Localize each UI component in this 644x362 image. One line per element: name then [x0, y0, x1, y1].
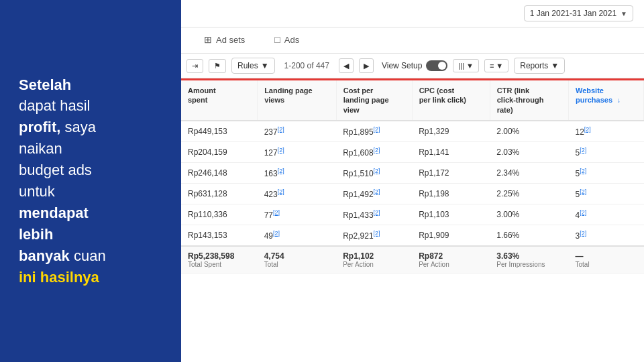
cell-amount-spent: Rp246,148 [181, 162, 258, 183]
cell-website-purchases: 5[2] [568, 183, 643, 204]
total-cost-per-lpv: Rp1,102Per Action [336, 246, 412, 274]
total-amount-spent: Rp5,238,598Total Spent [181, 246, 258, 274]
view-setup-toggle[interactable] [426, 60, 447, 71]
cell-amount-spent: Rp449,153 [181, 121, 258, 142]
cell-landing-page-views: 127[2] [258, 141, 337, 162]
cell-landing-page-views: 163[2] [258, 162, 337, 183]
cell-amount-spent: Rp204,159 [181, 141, 258, 162]
line-budget: budget ads [19, 160, 162, 181]
date-range-label: 1 Jan 2021-31 Jan 2021 [530, 9, 616, 18]
cell-ctr: 2.00% [490, 121, 568, 142]
toolbar: ⇥ ⚑ Rules ▼ 1-200 of 447 ◀ ▶ View Setup … [181, 54, 644, 78]
rules-arrow: ▼ [261, 61, 269, 70]
rules-label: Rules [237, 61, 258, 70]
cell-cpc: Rp1,141 [412, 141, 490, 162]
cell-landing-page-views: 49[2] [258, 225, 337, 246]
col-cost-per-lpv[interactable]: Cost perlanding pageview [336, 80, 412, 121]
cell-ctr: 2.25% [490, 183, 568, 204]
line-hasilnya: ini hasilnya [19, 267, 162, 288]
rules-button[interactable]: Rules ▼ [231, 58, 275, 74]
cell-ctr: 1.66% [490, 225, 568, 246]
cell-cost-per-lpv: Rp1,492[2] [336, 183, 412, 204]
cell-landing-page-views: 423[2] [258, 183, 337, 204]
cell-cost-per-lpv: Rp1,510[2] [336, 162, 412, 183]
reports-button[interactable]: Reports ▼ [514, 58, 565, 74]
cell-cpc: Rp1,172 [412, 162, 490, 183]
date-range-arrow: ▼ [621, 10, 627, 17]
view-setup[interactable]: View Setup [382, 60, 448, 71]
cell-cost-per-lpv: Rp1,608[2] [336, 141, 412, 162]
columns-icon: ||| [458, 62, 464, 70]
col-cpc[interactable]: CPC (costper link click) [412, 80, 490, 121]
filter-icon-btn[interactable]: ⇥ [186, 59, 203, 73]
cell-website-purchases: 5[2] [568, 162, 643, 183]
total-landing-page-views: 4,754Total [258, 246, 337, 274]
line-untuk: untuk [19, 181, 162, 202]
pagination-info: 1-200 of 447 [284, 61, 329, 70]
cell-website-purchases: 3[2] [568, 225, 643, 246]
ads-label: Ads [284, 35, 299, 45]
date-range-selector[interactable]: 1 Jan 2021-31 Jan 2021 ▼ [524, 5, 633, 21]
next-page-button[interactable]: ▶ [359, 58, 374, 73]
columns-icon-btn[interactable]: ||| ▼ [453, 59, 478, 72]
col-website-purchases[interactable]: Websitepurchases ↓ [568, 80, 643, 121]
cell-cost-per-lpv: Rp2,921[2] [336, 225, 412, 246]
total-cpc: Rp872Per Action [412, 246, 490, 274]
left-text-block: Setelah dapat hasil profit, saya naikan … [19, 74, 162, 288]
cell-ctr: 3.00% [490, 204, 568, 225]
left-panel: Setelah dapat hasil profit, saya naikan … [0, 0, 181, 362]
line-setelah: Setelah [19, 74, 162, 96]
tab-adsets[interactable]: ⊞ Ad sets [192, 27, 257, 53]
cell-website-purchases: 4[2] [568, 204, 643, 225]
cell-cost-per-lpv: Rp1,895[2] [336, 121, 412, 142]
cell-website-purchases: 12[2] [568, 121, 643, 142]
columns-arrow: ▼ [466, 62, 474, 70]
total-ctr: 3.63%Per Impressions [490, 246, 568, 274]
tab-bar: ⊞ Ad sets □ Ads [181, 27, 644, 54]
tab-ads[interactable]: □ Ads [262, 27, 311, 53]
table-row: Rp246,148 163[2] Rp1,510[2] Rp1,172 2.34… [181, 162, 644, 183]
cell-cost-per-lpv: Rp1,433[2] [336, 204, 412, 225]
total-row: Rp5,238,598Total Spent 4,754Total Rp1,10… [181, 246, 644, 274]
cell-amount-spent: Rp110,336 [181, 204, 258, 225]
line-profit: profit, saya [19, 117, 162, 138]
line-banyak: banyak cuan [19, 245, 162, 267]
total-website-purchases: —Total [568, 246, 643, 274]
cell-cpc: Rp1,909 [412, 225, 490, 246]
reports-label: Reports [520, 61, 548, 70]
col-ctr[interactable]: CTR (linkclick-throughrate) [490, 80, 568, 121]
table-row: Rp143,153 49[2] Rp2,921[2] Rp1,909 1.66%… [181, 225, 644, 246]
cell-amount-spent: Rp143,153 [181, 225, 258, 246]
table-row: Rp204,159 127[2] Rp1,608[2] Rp1,141 2.03… [181, 141, 644, 162]
cell-landing-page-views: 237[2] [258, 121, 337, 142]
line-dapat: dapat hasil [19, 95, 162, 117]
table-row: Rp449,153 237[2] Rp1,895[2] Rp1,329 2.00… [181, 121, 644, 142]
cell-cpc: Rp1,329 [412, 121, 490, 142]
cell-ctr: 2.34% [490, 162, 568, 183]
prev-page-button[interactable]: ◀ [339, 58, 354, 73]
top-bar: 1 Jan 2021-31 Jan 2021 ▼ [181, 0, 644, 27]
view-setup-label: View Setup [382, 61, 423, 70]
filter-icon: ⇥ [192, 62, 198, 70]
flag-icon-btn[interactable]: ⚑ [209, 59, 226, 73]
cell-amount-spent: Rp631,128 [181, 183, 258, 204]
col-amount-spent[interactable]: Amountspent [181, 80, 258, 121]
ads-icon: □ [274, 34, 280, 45]
line-mendapat: mendapat [19, 202, 162, 224]
cell-website-purchases: 5[2] [568, 141, 643, 162]
data-table-container: Amountspent Landing pageviews Cost perla… [181, 78, 644, 362]
sort-down-icon: ↓ [617, 96, 621, 105]
table-header-row: Amountspent Landing pageviews Cost perla… [181, 80, 644, 121]
adsets-label: Ad sets [216, 35, 245, 45]
line-lebih: lebih [19, 224, 162, 245]
col-landing-page-views[interactable]: Landing pageviews [258, 80, 337, 121]
table-row: Rp631,128 423[2] Rp1,492[2] Rp1,198 2.25… [181, 183, 644, 204]
adsets-icon: ⊞ [204, 34, 212, 45]
layout-icon: ≡ [490, 62, 494, 70]
data-table: Amountspent Landing pageviews Cost perla… [181, 80, 644, 274]
cell-cpc: Rp1,198 [412, 183, 490, 204]
line-naikan: naikan [19, 138, 162, 160]
flag-icon: ⚑ [214, 62, 221, 70]
cell-cpc: Rp1,103 [412, 204, 490, 225]
layout-icon-btn[interactable]: ≡ ▼ [484, 59, 508, 72]
